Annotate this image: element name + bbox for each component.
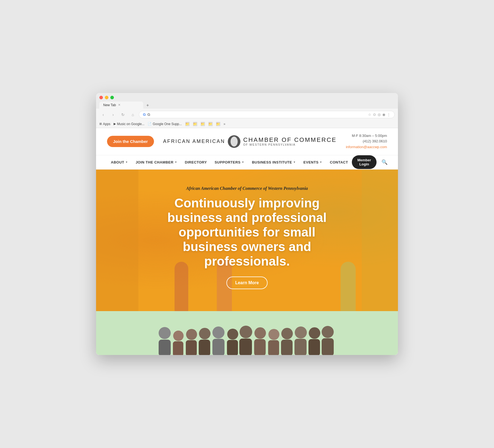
business-dropdown-arrow: ▼	[293, 161, 296, 164]
profile-icon[interactable]: ◉	[382, 112, 385, 117]
apps-bookmark[interactable]: ⊞ Apps	[99, 122, 110, 126]
bookmark-folder-1[interactable]: 📁	[185, 122, 190, 126]
minimize-button[interactable]	[105, 96, 108, 99]
site-header: Join the Chamber AFRICAN AMERICAN CHAMBE…	[96, 128, 398, 155]
supporters-dropdown-arrow: ▼	[242, 161, 244, 164]
svg-rect-21	[294, 339, 307, 355]
join-chamber-button[interactable]: Join the Chamber	[107, 136, 154, 147]
star-icon[interactable]: ☆	[368, 112, 371, 117]
nav-menu: ABOUT ▼ JOIN THE CHAMBER ▼ DIRECTORY	[107, 155, 352, 169]
google-one-bookmark[interactable]: 📄 Google One Supp...	[148, 122, 182, 126]
nav-link-directory[interactable]: DIRECTORY	[181, 155, 211, 169]
home-button[interactable]: ⌂	[129, 111, 137, 119]
svg-rect-1	[159, 340, 171, 355]
svg-point-4	[186, 329, 197, 340]
nav-link-contact[interactable]: CONTACT	[326, 155, 352, 169]
apps-label: Apps	[103, 122, 110, 126]
nav-label-contact: CONTACT	[330, 160, 348, 164]
svg-rect-7	[199, 340, 210, 355]
search-icon: 🔍	[381, 159, 388, 165]
tab-title: New Tab	[103, 103, 116, 107]
svg-rect-3	[173, 341, 183, 355]
browser-chrome: New Tab ✕ +	[96, 93, 398, 109]
logo: AFRICAN AMERICAN CHAMBER OF COMMERCE OF …	[163, 135, 337, 148]
logo-text-left: AFRICAN AMERICAN	[163, 139, 225, 144]
svg-rect-25	[322, 338, 334, 355]
music-label: Music on Google...	[117, 122, 144, 126]
header-contact: M-F 8:30am – 5:00pm (412) 392.0610 infor…	[346, 133, 387, 150]
svg-rect-19	[281, 340, 293, 355]
bookmark-folder-5[interactable]: 📁	[216, 122, 220, 126]
music-icon: ▶	[114, 122, 116, 126]
phone-number: (412) 392.0610	[346, 139, 387, 144]
camera-icon[interactable]: ⊙	[373, 112, 376, 117]
team-photo	[107, 319, 387, 355]
team-svg	[156, 319, 338, 355]
svg-rect-23	[308, 339, 320, 355]
reload-button[interactable]: ↻	[119, 111, 127, 119]
site-navigation: ABOUT ▼ JOIN THE CHAMBER ▼ DIRECTORY	[96, 155, 398, 170]
nav-link-business[interactable]: BUSINESS INSTITUTE ▼	[248, 155, 300, 169]
tab-bar: New Tab ✕ +	[99, 102, 395, 109]
learn-more-button[interactable]: Learn More	[226, 277, 268, 289]
google-icon: G	[143, 112, 146, 117]
email-link[interactable]: information@aaccwp.com	[346, 145, 387, 149]
hero-title: Continuously improving business and prof…	[151, 196, 343, 268]
svg-point-14	[254, 327, 266, 339]
music-bookmark[interactable]: ▶ Music on Google...	[114, 122, 144, 126]
svg-point-6	[199, 328, 210, 339]
svg-rect-5	[186, 340, 197, 355]
svg-point-22	[309, 327, 320, 339]
bookmark-folder-2[interactable]: 📁	[193, 122, 197, 126]
member-login-button[interactable]: Member Login	[352, 155, 377, 169]
close-button[interactable]	[99, 96, 103, 99]
svg-point-2	[173, 331, 184, 341]
nav-label-supporters: SUPPORTERS	[215, 160, 241, 164]
nav-link-events[interactable]: EVENTS ▼	[300, 155, 326, 169]
forward-button[interactable]: ›	[109, 111, 117, 119]
nav-label-about: ABOUT	[111, 160, 124, 164]
tab-close-icon[interactable]: ✕	[118, 103, 120, 107]
maximize-button[interactable]	[110, 96, 114, 99]
nav-link-join[interactable]: JOIN THE CHAMBER ▼	[132, 155, 181, 169]
menu-icon[interactable]: ⋮	[387, 112, 391, 117]
svg-rect-13	[239, 339, 252, 355]
hero-content: African American Chamber of Commerce of …	[151, 186, 343, 289]
url-bar[interactable]: G G ☆ ⊙ ◎ ◉ ⋮	[139, 111, 395, 118]
bookmark-folder-3[interactable]: 📁	[201, 122, 205, 126]
events-dropdown-arrow: ▼	[320, 161, 322, 164]
google-one-label: Google One Supp...	[153, 122, 182, 126]
nav-label-events: EVENTS	[304, 160, 319, 164]
hero-section: African American Chamber of Commerce of …	[96, 170, 398, 311]
nav-link-supporters[interactable]: SUPPORTERS ▼	[211, 155, 248, 169]
nav-label-business: BUSINESS INSTITUTE	[252, 160, 292, 164]
apps-icon: ⊞	[99, 122, 102, 126]
hero-strip-right	[362, 170, 398, 311]
hero-strip-left	[96, 170, 138, 311]
nav-item-events: EVENTS ▼	[300, 155, 326, 169]
active-tab[interactable]: New Tab ✕	[99, 102, 143, 109]
svg-point-0	[159, 327, 171, 339]
nav-item-business: BUSINESS INSTITUTE ▼	[248, 155, 300, 169]
svg-point-20	[295, 326, 307, 339]
nav-link-about[interactable]: ABOUT ▼	[107, 155, 132, 169]
back-button[interactable]: ‹	[99, 111, 107, 119]
svg-rect-17	[268, 340, 279, 355]
join-dropdown-arrow: ▼	[175, 161, 177, 164]
search-button[interactable]: 🔍	[379, 158, 390, 166]
logo-icon	[228, 135, 240, 148]
about-dropdown-arrow: ▼	[125, 161, 128, 164]
bookmarks-bar: ⊞ Apps ▶ Music on Google... 📄 Google One…	[96, 121, 398, 128]
new-tab-button[interactable]: +	[144, 102, 151, 109]
url-bar-icons: ☆ ⊙ ◎ ◉ ⋮	[368, 112, 391, 117]
team-section	[96, 311, 398, 355]
svg-point-8	[212, 326, 224, 339]
svg-rect-9	[212, 339, 224, 355]
bookmark-folder-4[interactable]: 📁	[208, 122, 213, 126]
logo-main-text: CHAMBER OF COMMERCE	[243, 137, 337, 143]
nav-item-join: JOIN THE CHAMBER ▼	[132, 155, 181, 169]
nav-right: Member Login 🔍	[352, 155, 390, 169]
extension-icon[interactable]: ◎	[378, 112, 381, 117]
nav-label-join: JOIN THE CHAMBER	[136, 160, 173, 164]
more-bookmarks[interactable]: »	[224, 122, 226, 126]
